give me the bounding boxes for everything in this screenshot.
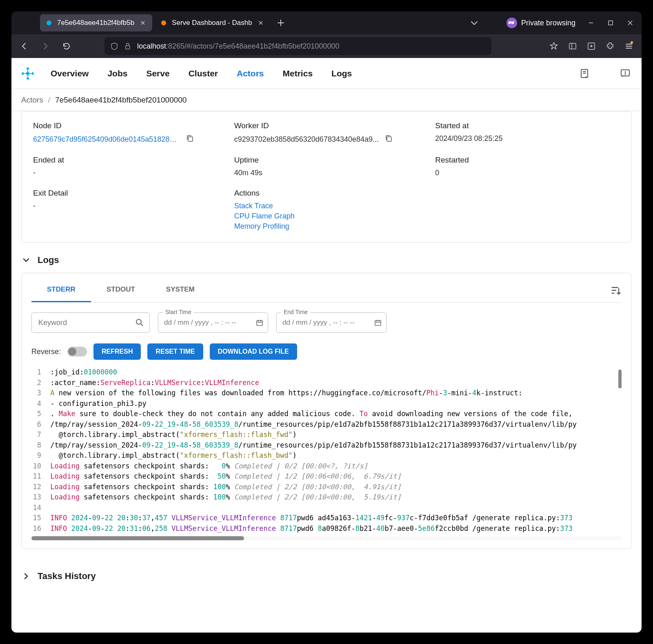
nav-serve[interactable]: Serve [146, 69, 169, 78]
line-content: Loading safetensors checkpoint shards: 0… [46, 461, 622, 472]
svg-rect-13 [188, 137, 193, 141]
svg-rect-16 [257, 321, 262, 325]
browser-tab[interactable]: 7e5e648aee41b2f4bfb5b [40, 14, 152, 31]
tasks-history-title: Tasks History [38, 571, 96, 582]
line-content: Loading safetensors checkpoint shards: 1… [46, 492, 622, 503]
copy-node-id-button[interactable] [186, 134, 195, 144]
menu-icon[interactable] [621, 38, 637, 54]
url-bar[interactable]: localhost:8265/#/actors/7e5e648aee41b2f4… [104, 37, 491, 55]
started-at-label: Started at [435, 121, 620, 130]
action-link-stack-trace[interactable]: Stack Trace [234, 202, 419, 210]
ray-nav: OverviewJobsServeClusterActorsMetricsLog… [51, 69, 352, 78]
nav-jobs[interactable]: Jobs [107, 69, 127, 78]
svg-point-0 [47, 20, 51, 25]
tab-close-button[interactable] [256, 18, 265, 27]
sidebar-icon[interactable] [565, 38, 580, 54]
line-content [46, 503, 622, 513]
new-tab-button[interactable] [273, 16, 288, 30]
log-filters: Start Time End Time [31, 303, 622, 340]
refresh-button[interactable]: REFRESH [93, 343, 141, 360]
line-content: Loading safetensors checkpoint shards: 1… [46, 482, 622, 492]
worker-id-value: c9293702eb3858d56320d67834340e84a9... [234, 135, 379, 144]
svg-rect-17 [375, 321, 381, 325]
nav-metrics[interactable]: Metrics [283, 69, 313, 78]
log-line: 14 [31, 503, 622, 513]
line-content: @torch.library.impl_abstract("xformers_f… [46, 450, 622, 461]
chevron-down-icon[interactable] [21, 255, 31, 265]
docs-icon[interactable] [578, 67, 591, 80]
line-content: INFO 2024-09-22 20:30:37,457 VLLMService… [46, 513, 622, 524]
svg-rect-4 [569, 43, 576, 49]
nav-cluster[interactable]: Cluster [189, 69, 218, 78]
minimize-button[interactable] [584, 16, 598, 30]
download-log-button[interactable]: DOWNLOAD LOG FILE [210, 343, 297, 360]
start-time-input[interactable] [158, 312, 268, 333]
feedback-icon[interactable] [619, 67, 632, 80]
nav-actors[interactable]: Actors [237, 69, 264, 78]
log-tab-system[interactable]: SYSTEM [151, 278, 210, 302]
forward-button[interactable] [38, 38, 53, 54]
line-number: 12 [31, 482, 46, 492]
reverse-toggle[interactable] [67, 347, 87, 357]
shield-icon [110, 42, 118, 50]
extensions-icon[interactable] [602, 38, 618, 54]
svg-rect-3 [126, 46, 130, 49]
log-line: 2 :actor_name:ServeReplica:VLLMService:V… [31, 378, 622, 388]
ray-header: OverviewJobsServeClusterActorsMetricsLog… [11, 58, 642, 89]
line-number: 1 [31, 367, 46, 378]
svg-point-7 [27, 67, 29, 70]
svg-point-6 [26, 72, 29, 75]
reload-button[interactable] [59, 38, 74, 54]
calendar-icon [256, 319, 263, 326]
uptime-value: 40m 49s [234, 169, 419, 177]
private-browsing-badge: Private browsing [506, 18, 575, 28]
log-line: 13 Loading safetensors checkpoint shards… [31, 492, 622, 503]
action-link-cpu-flame-graph[interactable]: CPU Flame Graph [234, 212, 419, 221]
copy-worker-id-button[interactable] [384, 134, 394, 144]
browser-tab[interactable]: Serve Dashboard - Dashb [155, 14, 270, 31]
end-time-input[interactable] [276, 312, 386, 333]
actor-details-card: Node ID 6275679c7d95f625409d06de0145a518… [21, 111, 632, 243]
line-content: INFO 2024-09-22 20:31:06,258 VLLMService… [46, 524, 622, 534]
line-content: /tmp/ray/session_2024-09-22_19-48-58_603… [46, 440, 622, 451]
line-content: :job_id:01000000 [46, 367, 622, 378]
log-vertical-scrollbar[interactable] [618, 370, 622, 388]
node-id-value[interactable]: 6275679c7d95f625409d06de0145a518281c793e… [33, 135, 180, 144]
chevron-right-icon[interactable] [21, 571, 31, 581]
started-at-value: 2024/09/23 08:25:25 [435, 134, 620, 143]
browser-window: 7e5e648aee41b2f4bfb5bServe Dashboard - D… [11, 11, 642, 633]
save-icon[interactable] [584, 38, 599, 54]
actions-links: Stack TraceCPU Flame GraphMemory Profili… [234, 202, 419, 231]
bookmark-icon[interactable] [546, 38, 562, 54]
tabs-dropdown-icon[interactable] [471, 20, 478, 25]
line-number: 8 [31, 440, 46, 451]
svg-point-15 [136, 319, 141, 324]
line-number: 13 [31, 492, 46, 503]
maximize-button[interactable] [603, 16, 618, 30]
log-tabs: STDERRSTDOUTSYSTEM [31, 278, 610, 302]
svg-rect-2 [609, 21, 613, 25]
reset-time-button[interactable]: RESET TIME [147, 343, 203, 360]
calendar-icon [374, 319, 382, 326]
toolbar: localhost:8265/#/actors/7e5e648aee41b2f4… [11, 34, 642, 58]
action-link-memory-profiling[interactable]: Memory Profiling [234, 222, 419, 231]
log-tab-stdout[interactable]: STDOUT [91, 278, 151, 302]
breadcrumb-current: 7e5e648aee41b2f4bfb5bef201000000 [55, 96, 187, 105]
start-time-label: Start Time [163, 309, 194, 315]
log-tab-stderr[interactable]: STDERR [31, 278, 91, 302]
close-window-button[interactable] [623, 16, 637, 30]
nav-overview[interactable]: Overview [51, 69, 89, 78]
line-content: - configuration_phi3.py [46, 399, 622, 409]
line-number: 2 [31, 378, 46, 388]
sort-icon[interactable] [610, 285, 622, 296]
log-horizontal-scrollbar[interactable] [31, 536, 622, 540]
tab-close-button[interactable] [138, 18, 147, 27]
nav-logs[interactable]: Logs [331, 69, 352, 78]
ray-logo-icon [21, 67, 34, 80]
back-button[interactable] [16, 38, 32, 54]
line-content: Loading safetensors checkpoint shards: 5… [46, 471, 622, 482]
keyword-input[interactable] [31, 312, 150, 333]
log-line: 15 INFO 2024-09-22 20:30:37,457 VLLMServ… [31, 513, 622, 524]
breadcrumb-root[interactable]: Actors [21, 96, 43, 105]
line-number: 15 [31, 513, 46, 524]
